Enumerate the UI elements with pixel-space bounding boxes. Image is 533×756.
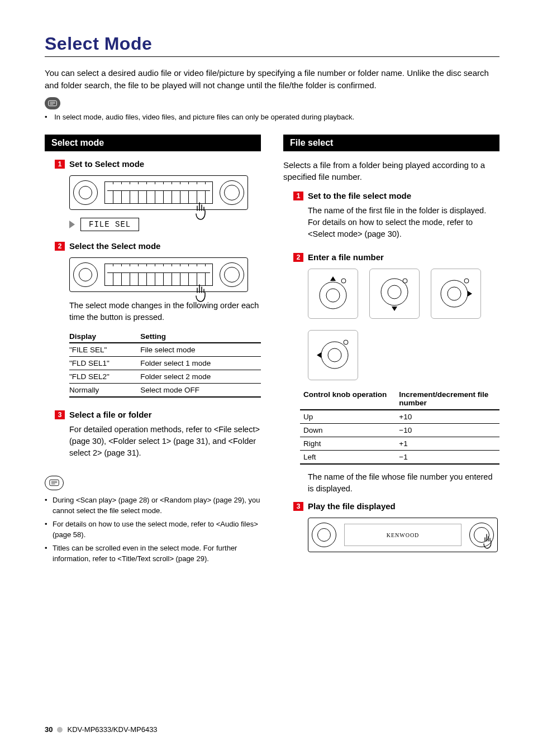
step-title: Play the file displayed bbox=[308, 501, 499, 511]
knob-right-icon bbox=[431, 269, 481, 319]
step-1-right: 1 Set to the file select mode The name o… bbox=[283, 191, 499, 240]
svg-point-18 bbox=[328, 348, 341, 362]
svg-point-12 bbox=[388, 285, 401, 299]
control-knob-icon bbox=[220, 180, 244, 205]
step-number: 1 bbox=[55, 160, 65, 169]
table-row: Up+10 bbox=[300, 410, 499, 424]
note-icon-outline bbox=[45, 476, 64, 490]
control-table: Control knob operation Increment/decreme… bbox=[300, 388, 499, 465]
volume-dial-icon bbox=[73, 262, 98, 287]
table-row: NormallySelect mode OFF bbox=[69, 383, 261, 397]
step-number: 2 bbox=[293, 253, 303, 262]
step-title: Set to Select mode bbox=[69, 159, 261, 169]
table-header: Display bbox=[69, 330, 140, 343]
svg-point-14 bbox=[441, 280, 468, 307]
step-2-after-text: The name of the file whose file number y… bbox=[283, 471, 499, 495]
step-body-text: The name of the first file in the folder… bbox=[308, 205, 499, 240]
step-2-body: The select mode changes in the following… bbox=[45, 300, 261, 323]
title-bar: Select Mode bbox=[45, 34, 499, 57]
device-diagram-1 bbox=[45, 175, 261, 210]
step-body-text: The select mode changes in the following… bbox=[69, 300, 261, 323]
knob-diagrams bbox=[283, 269, 499, 380]
device-diagram-2 bbox=[45, 257, 261, 292]
step-number: 2 bbox=[55, 242, 65, 251]
table-row: "FLD SEL2"Folder select 2 mode bbox=[69, 370, 261, 383]
step-3-left: 3 Select a file or folder For detailed o… bbox=[45, 410, 261, 459]
section-header-file-select: File select bbox=[283, 135, 499, 151]
svg-point-8 bbox=[320, 282, 346, 309]
svg-point-9 bbox=[326, 289, 340, 302]
display-text: FILE SEL bbox=[80, 218, 139, 231]
svg-point-13 bbox=[403, 279, 407, 283]
note-icon bbox=[45, 97, 60, 109]
press-hand-icon bbox=[193, 202, 210, 224]
step-title: Set to the file select mode bbox=[308, 191, 499, 200]
right-column: File select Selects a file from a folder… bbox=[283, 135, 499, 567]
step-3-right: 3 Play the file displayed bbox=[283, 501, 499, 511]
svg-point-17 bbox=[321, 342, 348, 369]
knob-up-icon bbox=[308, 269, 358, 319]
svg-point-15 bbox=[448, 287, 461, 300]
step-1-left: 1 Set to Select mode bbox=[45, 159, 261, 169]
step-2-left: 2 Select the Select mode bbox=[45, 241, 261, 251]
note-item: For details on how to use the select mod… bbox=[45, 519, 261, 540]
control-knob-icon bbox=[220, 262, 244, 287]
notes-list: During <Scan play> (page 28) or <Random … bbox=[45, 495, 261, 564]
model-name: KDV-MP6333/KDV-MP6433 bbox=[67, 725, 157, 734]
top-note-text: In select mode, audio files, video files… bbox=[54, 113, 354, 121]
svg-point-19 bbox=[344, 340, 348, 344]
note-item: Titles can be scrolled even in the selec… bbox=[45, 543, 261, 564]
step-title: Select a file or folder bbox=[69, 410, 261, 419]
table-row: Down−10 bbox=[300, 424, 499, 437]
left-column: Select mode 1 Set to Select mode FILE SE… bbox=[45, 135, 261, 567]
table-header: Control knob operation bbox=[300, 388, 396, 410]
volume-dial-icon bbox=[312, 523, 336, 547]
step-number: 3 bbox=[55, 410, 65, 419]
table-row: "FILE SEL"File select mode bbox=[69, 343, 261, 357]
section-header-select-mode: Select mode bbox=[45, 135, 261, 151]
page-footer: 30 KDV-MP6333/KDV-MP6433 bbox=[45, 725, 158, 734]
play-triangle-icon bbox=[69, 221, 75, 228]
step-2-right: 2 Enter a file number bbox=[283, 252, 499, 262]
note-item: During <Scan play> (page 28) or <Random … bbox=[45, 495, 261, 516]
top-note: • In select mode, audio files, video fil… bbox=[45, 113, 499, 121]
step-title: Enter a file number bbox=[308, 252, 499, 262]
page-number: 30 bbox=[45, 725, 53, 734]
table-header: Increment/decrement file number bbox=[396, 388, 499, 410]
file-select-intro: Selects a file from a folder being playe… bbox=[283, 159, 499, 184]
svg-point-10 bbox=[341, 279, 346, 283]
step-number: 3 bbox=[293, 502, 303, 511]
press-hand-icon bbox=[481, 533, 496, 552]
svg-point-16 bbox=[464, 279, 469, 283]
knob-down-icon bbox=[369, 269, 420, 319]
knob-left-icon bbox=[308, 330, 358, 380]
table-row: "FLD SEL1"Folder select 1 mode bbox=[69, 356, 261, 370]
table-row: Left−1 bbox=[300, 451, 499, 465]
footer-dot-icon bbox=[57, 727, 63, 733]
step-number: 1 bbox=[293, 192, 303, 200]
device-diagram-play: KENWOOD bbox=[308, 518, 498, 552]
table-row: Right+1 bbox=[300, 437, 499, 451]
control-knob-icon bbox=[469, 523, 494, 547]
intro-text: You can select a desired audio file or v… bbox=[45, 67, 499, 92]
volume-dial-icon bbox=[73, 180, 98, 205]
step-body-text: For detailed operation methods, refer to… bbox=[69, 424, 261, 459]
step-title: Select the Select mode bbox=[69, 241, 261, 251]
table-header: Setting bbox=[140, 330, 261, 343]
mode-table: Display Setting "FILE SEL"File select mo… bbox=[69, 330, 261, 398]
display-indicator: FILE SEL bbox=[69, 218, 261, 231]
page-title: Select Mode bbox=[45, 34, 499, 54]
brand-label: KENWOOD bbox=[344, 524, 461, 546]
